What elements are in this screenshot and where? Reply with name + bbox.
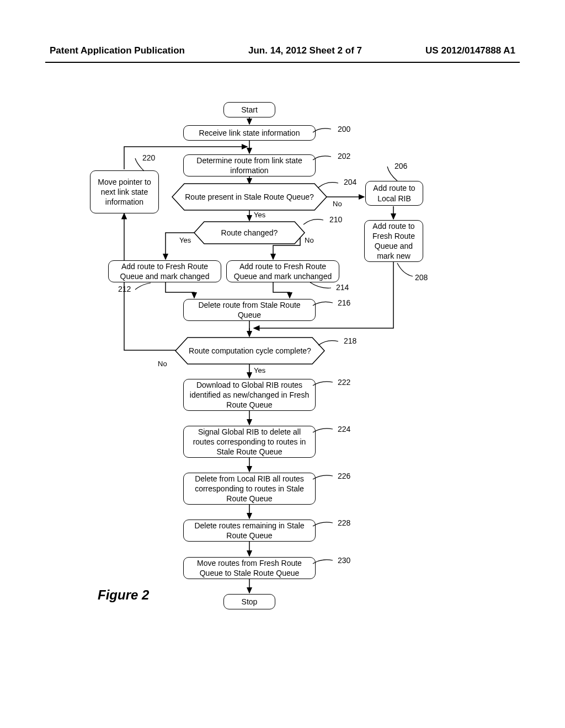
decision-210-text: Route changed? <box>194 228 305 238</box>
label-204-no: No <box>333 200 342 208</box>
process-208: Add route to Fresh Route Queue and mark … <box>364 220 423 262</box>
ref-200: 200 <box>338 125 350 133</box>
ref-leader-216 <box>312 299 339 310</box>
ref-leader-202 <box>312 153 339 164</box>
decision-218: Route computation cycle complete? <box>175 338 324 364</box>
ref-leader-200 <box>312 126 339 137</box>
process-206: Add route to Local RIB <box>365 181 423 206</box>
process-200: Receive link state information <box>183 125 316 141</box>
ref-leader-230 <box>312 557 339 568</box>
ref-leader-224 <box>312 426 339 437</box>
ref-224: 224 <box>338 425 350 433</box>
stop-node: Stop <box>223 594 275 609</box>
ref-leader-222 <box>312 379 339 390</box>
ref-216: 216 <box>338 298 350 307</box>
ref-leader-212 <box>134 282 153 293</box>
ref-226: 226 <box>338 472 350 480</box>
ref-210: 210 <box>329 215 342 224</box>
ref-228: 228 <box>338 518 350 527</box>
process-202: Determine route from link state informat… <box>183 154 316 176</box>
ref-202: 202 <box>338 152 350 160</box>
ref-leader-226 <box>312 473 339 484</box>
ref-leader-228 <box>312 520 339 531</box>
header-center: Jun. 14, 2012 Sheet 2 of 7 <box>248 45 362 56</box>
decision-204-text: Route present in Stale Route Queue? <box>172 192 327 202</box>
ref-204: 204 <box>344 178 356 186</box>
process-212: Add route to Fresh Route Queue and mark … <box>108 260 221 282</box>
ref-212: 212 <box>118 285 131 293</box>
label-210-yes: Yes <box>179 236 191 244</box>
ref-222: 222 <box>338 378 350 387</box>
page-header: Patent Application Publication Jun. 14, … <box>0 45 565 56</box>
process-226: Delete from Local RIB all routes corresp… <box>183 473 316 505</box>
label-204-yes: Yes <box>254 211 265 219</box>
ref-220: 220 <box>142 153 155 162</box>
ref-230: 230 <box>338 556 350 565</box>
ref-leader-214 <box>309 281 334 292</box>
label-210-no: No <box>305 236 314 244</box>
header-rule <box>45 62 520 63</box>
process-228: Delete routes remaining in Stale Route Q… <box>183 520 316 542</box>
ref-218: 218 <box>344 336 356 345</box>
figure-label: Figure 2 <box>98 587 149 603</box>
ref-214: 214 <box>336 283 349 292</box>
decision-218-text: Route computation cycle complete? <box>175 346 324 356</box>
label-218-yes: Yes <box>254 366 265 374</box>
process-214: Add route to Fresh Route Queue and mark … <box>226 260 339 282</box>
decision-204: Route present in Stale Route Queue? <box>172 184 327 210</box>
ref-leader-204 <box>317 179 345 190</box>
header-right: US 2012/0147888 A1 <box>425 45 515 56</box>
start-node: Start <box>223 102 275 117</box>
process-224: Signal Global RIB to delete all routes c… <box>183 426 316 458</box>
label-218-no: No <box>158 360 167 368</box>
decision-210: Route changed? <box>194 222 305 244</box>
ref-208: 208 <box>415 273 428 282</box>
ref-206: 206 <box>395 162 407 170</box>
process-216: Delete route from Stale Route Queue <box>183 299 316 321</box>
process-220: Move pointer to next link state informat… <box>90 170 159 213</box>
header-left: Patent Application Publication <box>50 45 185 56</box>
ref-leader-210 <box>302 216 330 227</box>
process-222: Download to Global RIB routes identified… <box>183 379 316 411</box>
process-230: Move routes from Fresh Route Queue to St… <box>183 557 316 579</box>
